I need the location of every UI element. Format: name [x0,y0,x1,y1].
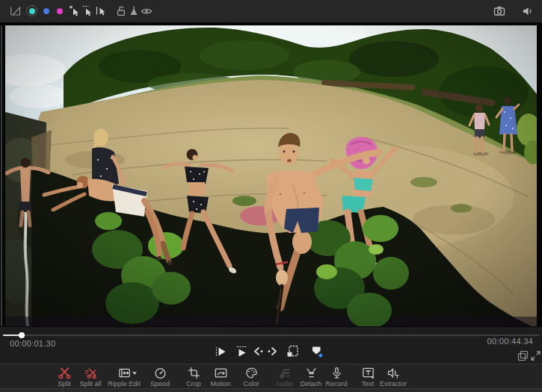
scissors-multi-icon [84,367,97,379]
previous-frame-button[interactable] [252,345,265,358]
video-editor-preview-panel: 00:00:01.30 00:00:44.34 [0,0,542,392]
tool-label: Motion [210,380,230,388]
tool-label: Color [243,380,259,388]
timeline-panel-edge [0,388,542,392]
cone-tool-icon[interactable] [128,5,140,17]
snapshot-frame-button[interactable] [286,345,299,358]
video-preview-area[interactable] [0,22,542,327]
audio-speaker-icon[interactable] [522,5,534,17]
preview-toolbar [0,0,542,23]
audio-extractor-icon [387,367,400,379]
editing-toolbar: Split Split all Ripple Edit Speed [0,364,542,388]
angle-ruler-icon[interactable] [10,5,22,17]
tool-label: Extractor [380,380,407,388]
tool-extractor[interactable]: Extractor [371,367,416,388]
speedometer-icon [154,367,167,379]
seek-bar-track[interactable] [3,335,539,336]
current-timecode: 00:00:01.30 [10,339,55,348]
seek-bar-handle[interactable] [19,332,25,338]
stage-left-edge [1,25,2,326]
play-to-marker-button[interactable] [235,345,248,358]
marker-blue[interactable] [43,8,49,14]
scene-vignette [5,25,537,326]
tool-label: Split all [79,380,101,388]
cursor-add-icon[interactable] [69,5,81,17]
snapshot-camera-icon[interactable] [493,5,505,17]
microphone-icon [330,367,343,379]
duplicate-view-button[interactable] [517,350,529,361]
marker-cyan[interactable] [29,8,35,14]
dropdown-caret-icon [132,372,137,375]
transport-bar: 00:00:01.30 00:00:44.34 [0,327,542,364]
play-button[interactable] [215,345,227,358]
visibility-eye-icon[interactable] [141,5,153,17]
tool-label: Record [325,380,347,388]
lock-open-icon[interactable] [115,5,127,17]
palette-icon [245,367,258,379]
video-frame [5,25,537,326]
tool-label: Speed [150,380,170,388]
cursor-select-icon[interactable] [96,5,108,17]
cursor-range-icon[interactable] [82,5,94,17]
next-frame-button[interactable] [266,345,279,358]
motion-icon [215,367,227,379]
marker-magenta[interactable] [57,8,63,14]
duration-timecode: 00:00:44.34 [487,337,533,346]
fullscreen-button[interactable] [530,350,541,361]
tool-label: Ripple Edit [108,380,141,388]
add-to-track-button[interactable] [310,345,323,358]
ripple-edit-icon [118,367,131,379]
